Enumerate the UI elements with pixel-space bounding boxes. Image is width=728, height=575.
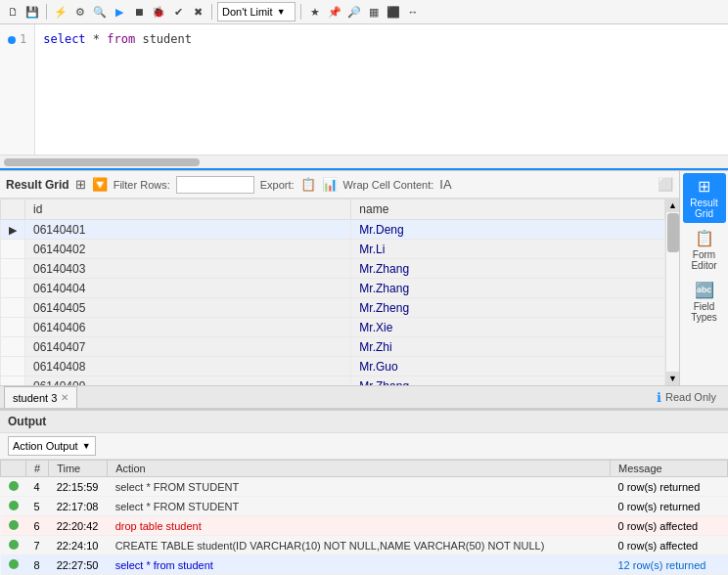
output-table: # Time Action Message 4 22:15:59 select … <box>0 460 728 575</box>
result-toolbar: Result Grid ⊞ 🔽 Filter Rows: Export: 📋 📊… <box>0 171 679 199</box>
table-row[interactable]: 06140409 Mr.Zhang <box>1 376 665 386</box>
table-row[interactable]: 06140405 Mr.Zheng <box>1 298 665 318</box>
close-icon[interactable]: ✖ <box>189 3 206 21</box>
right-sidebar: ⊞ ResultGrid 📋 FormEditor 🔤 FieldTypes <box>679 171 728 385</box>
filter-input[interactable] <box>176 176 254 194</box>
execute-icon[interactable]: ⚡ <box>52 3 69 21</box>
row-indicator <box>1 259 25 279</box>
output-row[interactable]: 8 22:27:50 select * from student 12 row(… <box>1 555 728 575</box>
cell-name: Mr.Guo <box>351 357 665 376</box>
v-scrollbar[interactable]: ▲ ▼ <box>665 199 679 385</box>
table-row[interactable]: 06140404 Mr.Zhang <box>1 279 665 298</box>
time-cell: 22:20:42 <box>49 516 108 536</box>
output-toolbar: Action Output ▼ <box>0 433 728 460</box>
status-cell <box>1 555 26 575</box>
scroll-track[interactable] <box>666 212 680 372</box>
table-row[interactable]: 06140406 Mr.Xie <box>1 318 665 337</box>
num-cell: 5 <box>26 497 49 516</box>
result-main: Result Grid ⊞ 🔽 Filter Rows: Export: 📋 📊… <box>0 171 679 385</box>
result-grid-btn[interactable]: ⊞ ResultGrid <box>683 173 726 223</box>
message-cell: 0 row(s) returned <box>611 477 728 497</box>
h-scrollbar[interactable] <box>0 155 728 168</box>
search-icon[interactable]: 🔍 <box>91 3 109 21</box>
filter-icon[interactable]: 🔽 <box>92 177 108 192</box>
cell-id: 06140404 <box>25 279 351 298</box>
num-cell: 6 <box>26 516 49 536</box>
action-output-dropdown[interactable]: Action Output ▼ <box>8 436 96 456</box>
tab-close-btn[interactable]: ✕ <box>61 392 68 403</box>
settings-icon[interactable]: ⚙ <box>71 3 89 21</box>
row-indicator <box>1 376 25 386</box>
scroll-down-btn[interactable]: ▼ <box>666 372 680 385</box>
table-row[interactable]: 06140403 Mr.Zhang <box>1 259 665 279</box>
grid-icon[interactable]: ▦ <box>365 3 383 21</box>
save-icon[interactable]: 💾 <box>23 3 41 21</box>
grid-view-icon[interactable]: ⊞ <box>75 177 86 192</box>
kw-select: select <box>43 32 85 46</box>
table-row[interactable]: 06140407 Mr.Zhi <box>1 337 665 357</box>
col-indicator <box>1 199 25 220</box>
action-cell: CREATE TABLE student(ID VARCHAR(10) NOT … <box>108 536 611 555</box>
expand-grid-icon[interactable]: ⬜ <box>658 177 673 192</box>
output-row[interactable]: 6 22:20:42 drop table student 0 row(s) a… <box>1 516 728 536</box>
stop-icon[interactable]: ⏹ <box>130 3 148 21</box>
arrows-icon[interactable]: ↔ <box>404 3 422 21</box>
message-cell: 0 row(s) returned <box>611 497 728 516</box>
pin-icon[interactable]: 📌 <box>326 3 343 21</box>
limit-arrow: ▼ <box>277 7 286 17</box>
limit-label: Don't Limit <box>222 6 273 18</box>
star-icon[interactable]: ★ <box>306 3 324 21</box>
table-row[interactable]: 06140408 Mr.Guo <box>1 357 665 376</box>
output-row[interactable]: 7 22:24:10 CREATE TABLE student(ID VARCH… <box>1 536 728 555</box>
output-row[interactable]: 4 22:15:59 select * FROM STUDENT 0 row(s… <box>1 477 728 497</box>
result-grid-label: Result Grid <box>6 178 69 192</box>
limit-dropdown[interactable]: Don't Limit ▼ <box>217 2 296 22</box>
scroll-thumb[interactable] <box>667 213 679 252</box>
action-cell: select * FROM STUDENT <box>108 477 611 497</box>
col-name[interactable]: name <box>351 199 665 220</box>
zoom-icon[interactable]: 🔎 <box>345 3 363 21</box>
output-header: Output <box>0 411 728 433</box>
wrap-label: Wrap Cell Content: <box>343 179 434 191</box>
form-editor-btn[interactable]: 📋 FormEditor <box>683 225 726 275</box>
col-num: # <box>26 461 49 477</box>
grid-with-scroll: id name ▶ 06140401 Mr.Deng 06140402 Mr.L… <box>0 199 679 385</box>
export-label: Export: <box>260 179 295 191</box>
debug-icon[interactable]: 🐞 <box>150 3 167 21</box>
message-cell: 0 row(s) affected <box>611 516 728 536</box>
cell-name: Mr.Zhang <box>351 259 665 279</box>
status-cell <box>1 516 26 536</box>
run-icon[interactable]: ▶ <box>111 3 128 21</box>
row-indicator <box>1 298 25 318</box>
cell-id: 06140405 <box>25 298 351 318</box>
export2-icon[interactable]: 📊 <box>322 177 338 192</box>
table-row[interactable]: ▶ 06140401 Mr.Deng <box>1 220 665 240</box>
field-types-btn[interactable]: 🔤 FieldTypes <box>683 277 726 327</box>
h-scrollbar-thumb[interactable] <box>4 158 200 166</box>
cell-name: Mr.Xie <box>351 318 665 337</box>
cell-id: 06140406 <box>25 318 351 337</box>
time-cell: 22:15:59 <box>49 477 108 497</box>
sep2 <box>211 4 212 20</box>
scroll-up-btn[interactable]: ▲ <box>666 199 680 212</box>
export-icon[interactable]: 📋 <box>300 177 316 192</box>
filter-label: Filter Rows: <box>114 179 170 191</box>
sql-text[interactable]: select * from student <box>35 24 728 155</box>
status-cell <box>1 477 26 497</box>
col-id[interactable]: id <box>25 199 351 220</box>
status-cell <box>1 497 26 516</box>
wrap-icon[interactable]: IA <box>439 177 451 192</box>
new-icon[interactable]: 🗋 <box>4 3 22 21</box>
time-cell: 22:24:10 <box>49 536 108 555</box>
num-cell: 4 <box>26 477 49 497</box>
expand-icon[interactable]: ⬛ <box>385 3 402 21</box>
output-row[interactable]: 5 22:17:08 select * FROM STUDENT 0 row(s… <box>1 497 728 516</box>
table-row[interactable]: 06140402 Mr.Li <box>1 240 665 259</box>
check-icon[interactable]: ✔ <box>169 3 187 21</box>
form-editor-icon: 📋 <box>685 229 724 247</box>
cell-name: Mr.Deng <box>351 220 665 240</box>
cell-id: 06140407 <box>25 337 351 357</box>
cell-name: Mr.Zhang <box>351 376 665 386</box>
cell-id: 06140401 <box>25 220 351 240</box>
tab-student3[interactable]: student 3 ✕ <box>4 386 77 408</box>
